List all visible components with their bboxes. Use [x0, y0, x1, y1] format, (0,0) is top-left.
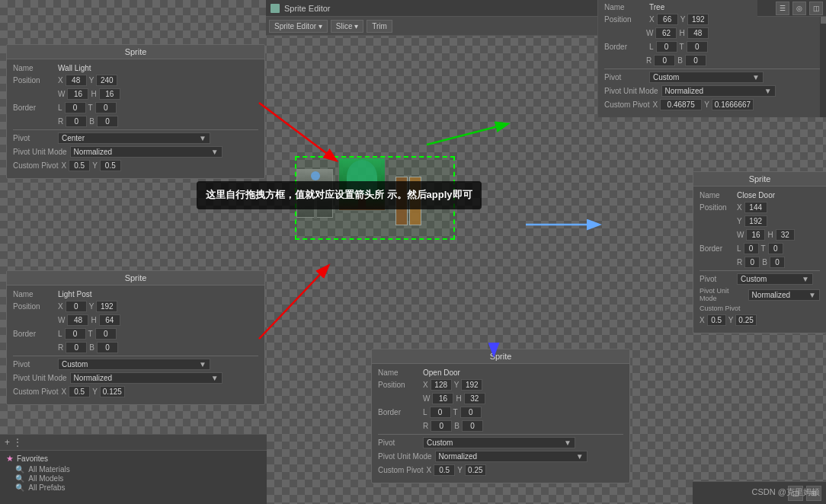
closedoor-x[interactable]: 144: [744, 202, 767, 213]
add-icon[interactable]: +: [5, 437, 10, 448]
lightpost-sprite-panel: Sprite Name Light Post Position X 0 Y 19…: [6, 270, 265, 405]
all-prefabs-item[interactable]: 🔍 All Prefabs: [15, 483, 261, 492]
tree-y[interactable]: 192: [687, 14, 709, 25]
lightpost-b[interactable]: 0: [97, 342, 118, 353]
lightpost-h[interactable]: 64: [99, 314, 120, 326]
closedoor-pivot-dropdown[interactable]: Custom ▼: [737, 273, 813, 285]
lightpost-l[interactable]: 0: [65, 328, 86, 340]
walllight-y[interactable]: 240: [96, 75, 117, 86]
closedoor-cpy[interactable]: 0.25: [735, 314, 756, 326]
search-icon-3: 🔍: [15, 483, 24, 492]
annotation-text: 这里自行拖拽方框，值就对应设置箭头所 示。然后apply即可: [197, 181, 482, 209]
lightpost-t[interactable]: 0: [95, 328, 117, 340]
search-icon: 🔍: [15, 465, 24, 474]
tree-pivotunit-dropdown[interactable]: Normalized ▼: [661, 85, 776, 97]
tree-cpy[interactable]: 0.1666667: [712, 99, 754, 110]
tree-scrollbar[interactable]: [820, 0, 826, 117]
closedoor-panel-title: Sprite: [693, 172, 826, 187]
tree-pivot-dropdown[interactable]: Custom ▼: [649, 72, 764, 83]
tree-h[interactable]: 48: [687, 27, 709, 39]
lightpost-x[interactable]: 0: [66, 301, 87, 312]
lightpost-pivot-dropdown[interactable]: Custom ▼: [58, 359, 210, 370]
tree-w[interactable]: 62: [655, 27, 677, 39]
tree-custompivot-label: Custom Pivot: [604, 100, 649, 109]
watermark: CSDN @克里姆顿: [752, 486, 820, 498]
tree-custompivot-row: Custom Pivot X 0.46875 Y 0.1666667: [604, 99, 820, 110]
opendoor-x[interactable]: 128: [431, 379, 452, 391]
tree-cpx[interactable]: 0.46875: [660, 99, 702, 110]
opendoor-name: Open Door: [423, 368, 460, 377]
walllight-panel-title: Sprite: [7, 45, 264, 59]
tree-pivotunit-label: Pivot Unit Mode: [604, 87, 658, 95]
tree-position-label: Position: [604, 15, 646, 24]
closedoor-sprite-panel: Sprite Name Close Door Position X 144 Y …: [693, 171, 826, 333]
tree-l[interactable]: 0: [656, 41, 677, 53]
icon-btn-2[interactable]: ◎: [792, 2, 806, 15]
tree-rb-row: R 0 B 0: [646, 55, 820, 66]
lightpost-w[interactable]: 48: [67, 314, 88, 326]
icon-btn-1[interactable]: ☰: [776, 2, 789, 15]
tree-pivotunit-row: Pivot Unit Mode Normalized ▼: [604, 85, 820, 97]
trim-btn[interactable]: Trim: [367, 20, 392, 33]
sprite-editor-tab[interactable]: Sprite Editor ▾: [269, 20, 328, 33]
opendoor-w[interactable]: 16: [432, 393, 453, 404]
lightpost-y[interactable]: 192: [96, 301, 117, 312]
opendoor-l[interactable]: 0: [430, 407, 451, 418]
lightpost-panel-title: Sprite: [7, 271, 264, 285]
opendoor-cpx[interactable]: 0.5: [434, 464, 455, 476]
favorites-label: Favorites: [17, 455, 48, 463]
tree-border-row: Border L 0 T 0: [604, 41, 820, 53]
tree-name-value: Tree: [649, 3, 664, 11]
sprite-sheet-display[interactable]: [289, 154, 548, 287]
walllight-t[interactable]: 0: [95, 102, 117, 113]
tree-pivot-label: Pivot: [604, 73, 646, 81]
sprite-editor-toolbar: Sprite Editor ▾ Slice ▾ Trim: [266, 17, 597, 36]
opendoor-y[interactable]: 192: [461, 379, 482, 391]
walllight-h[interactable]: 16: [99, 88, 120, 100]
favorites-section: ★ Favorites 🔍 All Materials 🔍 All Models…: [0, 451, 267, 495]
opendoor-pivotunit-dropdown[interactable]: Normalized ▼: [435, 451, 587, 462]
closedoor-h[interactable]: 32: [776, 229, 795, 241]
tree-x[interactable]: 66: [657, 14, 678, 25]
lightpost-pivotunit-dropdown[interactable]: Normalized ▼: [70, 372, 223, 384]
all-models-item[interactable]: 🔍 All Models: [15, 474, 261, 483]
tree-b[interactable]: 0: [685, 55, 706, 66]
closedoor-w[interactable]: 16: [746, 229, 765, 241]
opendoor-r[interactable]: 0: [431, 420, 452, 432]
walllight-w[interactable]: 16: [67, 88, 88, 100]
slice-btn[interactable]: Slice ▾: [331, 20, 363, 33]
walllight-b[interactable]: 0: [97, 116, 118, 127]
walllight-sprite-panel: Sprite Name Wall Light Position X 48 Y 2…: [6, 44, 265, 179]
closedoor-pivotunit-dropdown[interactable]: Normalized ▼: [748, 289, 820, 301]
opendoor-t[interactable]: 0: [460, 407, 482, 418]
all-materials-item[interactable]: 🔍 All Materials: [15, 465, 261, 474]
walllight-l[interactable]: 0: [65, 102, 86, 113]
walllight-pivotunit-dropdown[interactable]: Normalized ▼: [70, 146, 223, 158]
walllight-r[interactable]: 0: [66, 116, 87, 127]
walllight-cpy[interactable]: 0.5: [100, 160, 121, 171]
lightpost-r[interactable]: 0: [66, 342, 87, 353]
tree-wh-row: W 62 H 48: [646, 27, 820, 39]
star-icon: ★: [6, 454, 14, 464]
walllight-cpx[interactable]: 0.5: [69, 160, 90, 171]
opendoor-panel-title: Sprite: [372, 349, 629, 364]
tree-sprite-panel: Name Tree Position X 66 Y 192 W 62 H 48 …: [597, 0, 826, 117]
tree-t[interactable]: 0: [687, 41, 708, 53]
lightpost-cpx[interactable]: 0.5: [69, 386, 90, 397]
icon-btn-3[interactable]: ◫: [809, 2, 823, 15]
closedoor-y[interactable]: 192: [744, 215, 767, 227]
lightpost-cpy[interactable]: 0.125: [100, 386, 125, 397]
opendoor-pivot-dropdown[interactable]: Custom ▼: [423, 437, 575, 448]
tree-name-label: Name: [604, 3, 646, 11]
walllight-x[interactable]: 48: [66, 75, 87, 86]
opendoor-h[interactable]: 32: [464, 393, 485, 404]
bottom-panel-header: + ⋮: [0, 435, 267, 451]
walllight-pivot-dropdown[interactable]: Center ▼: [58, 132, 210, 144]
closedoor-cpx[interactable]: 0.5: [707, 314, 726, 326]
more-icon[interactable]: ⋮: [13, 437, 22, 448]
tree-r[interactable]: 0: [654, 55, 675, 66]
tree-border-label: Border: [604, 43, 646, 51]
tree-pivot-row: Pivot Custom ▼: [604, 72, 820, 83]
opendoor-cpy[interactable]: 0.25: [465, 464, 486, 476]
opendoor-b[interactable]: 0: [462, 420, 483, 432]
